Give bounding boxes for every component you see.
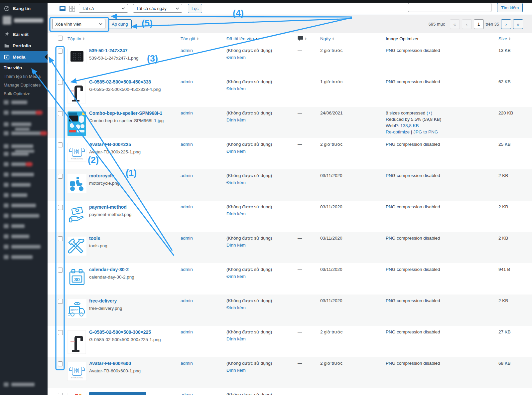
attach-link[interactable]: Đính kèm <box>226 117 246 122</box>
file-size: 25 KB <box>498 138 532 169</box>
row-checkbox[interactable] <box>58 393 63 395</box>
attach-link[interactable]: Đính kèm <box>226 55 246 60</box>
row-checkbox[interactable] <box>58 205 63 210</box>
media-title-link[interactable]: motorcycle <box>89 173 114 178</box>
column-header-comments[interactable]: ▲▼ <box>298 36 320 41</box>
attach-link[interactable]: Đính kèm <box>226 274 246 279</box>
submenu-item-manage-duplicates[interactable]: Manage Duplicates <box>0 81 48 89</box>
media-thumbnail[interactable]: KITCHENSTORE <box>67 362 86 381</box>
author-link[interactable]: admin <box>181 392 193 395</box>
date-filter[interactable]: Tất cả các ngày <box>133 4 182 13</box>
next-page-button[interactable]: › <box>501 19 511 29</box>
media-thumbnail[interactable] <box>67 237 86 256</box>
column-header-date[interactable]: Ngày▲▼ <box>320 36 386 41</box>
row-checkbox[interactable] <box>58 174 63 179</box>
last-page-button[interactable]: » <box>513 19 523 29</box>
media-thumbnail[interactable] <box>67 111 86 136</box>
sidebar-item-dashboard[interactable]: Bảng tin <box>0 3 48 14</box>
column-header-file[interactable]: Tập tin▲▼ <box>67 36 181 41</box>
select-all-checkbox[interactable] <box>58 36 63 41</box>
author-link[interactable]: admin <box>181 329 193 334</box>
media-title-link[interactable]: Avatar-FB-300×225 <box>89 142 131 147</box>
grid-view-icon[interactable] <box>68 5 76 12</box>
author-link[interactable]: admin <box>181 267 193 272</box>
attach-link[interactable]: Đính kèm <box>226 180 246 185</box>
author-link[interactable]: admin <box>181 173 193 178</box>
media-thumbnail[interactable]: 30 <box>67 268 86 287</box>
jpg-to-png-link[interactable]: JPG to PNG <box>413 129 438 134</box>
media-title-link[interactable]: Combo-bep-tu-spelier-SPM968I-1 <box>89 110 162 116</box>
author-link[interactable]: admin <box>181 48 193 53</box>
search-input[interactable] <box>408 3 491 12</box>
media-thumbnail[interactable]: KITCHENSTORE <box>67 143 86 162</box>
attach-link[interactable]: Đính kèm <box>226 149 246 154</box>
media-title-link[interactable]: G-0585-02-500×500-300×225 <box>89 329 151 335</box>
author-link[interactable]: admin <box>181 298 193 303</box>
row-checkbox[interactable] <box>58 268 63 273</box>
column-header-optimizer: Image Optimizer <box>386 36 498 41</box>
author-link[interactable]: admin <box>181 361 193 366</box>
row-checkbox[interactable] <box>58 236 63 241</box>
filter-button[interactable]: Lọc <box>188 4 202 13</box>
column-header-author[interactable]: Tác giả▲▼ <box>181 36 226 41</box>
media-title-link[interactable]: payment-method <box>89 204 127 210</box>
row-checkbox[interactable] <box>58 361 63 366</box>
media-title-link[interactable]: Avatar-FB-600×600 <box>89 361 131 366</box>
media-thumbnail[interactable] <box>67 80 86 99</box>
file-size: 62 KB <box>498 76 532 107</box>
media-thumbnail[interactable] <box>67 174 86 193</box>
attach-link[interactable]: Đính kèm <box>226 305 246 310</box>
sidebar-item-media[interactable]: Media <box>0 51 48 63</box>
bulk-action-select[interactable]: Xóa vĩnh viễn <box>52 19 105 29</box>
table-row: Combo-bep-tu-spelier-SPM968I-1 Combo-bep… <box>48 107 532 138</box>
author-link[interactable]: admin <box>181 204 193 209</box>
list-view-icon[interactable] <box>59 5 66 12</box>
prev-page-button[interactable]: ‹ <box>462 19 472 29</box>
row-checkbox[interactable] <box>58 111 63 116</box>
author-link[interactable]: admin <box>181 79 193 84</box>
media-filename: Avatar-FB-600x600-1.png <box>89 368 181 373</box>
attach-link[interactable]: Đính kèm <box>226 211 246 216</box>
unused-label: (Không được sử dụng) <box>226 48 298 53</box>
media-thumbnail[interactable] <box>67 330 86 349</box>
row-checkbox[interactable] <box>58 49 63 54</box>
row-checkbox[interactable] <box>58 142 63 147</box>
media-title-link[interactable]: free-delivery <box>89 298 117 303</box>
comments-value: — <box>298 138 320 169</box>
media-thumbnail[interactable] <box>67 393 86 395</box>
sidebar-item-posts[interactable]: Bài viết <box>0 29 48 40</box>
webp-link[interactable]: 138,8 KB <box>400 123 419 128</box>
media-title-link[interactable]: 539-50-1-247×247 <box>89 48 128 53</box>
reoptimize-link[interactable]: Re-optimize <box>386 129 410 134</box>
attach-link[interactable]: Đính kèm <box>226 243 246 248</box>
media-type-filter[interactable]: Tất cả <box>79 4 128 13</box>
column-header-uploaded[interactable]: Đã tải lên vào▲ <box>226 36 298 41</box>
attach-link[interactable]: Đính kèm <box>226 336 246 341</box>
media-thumbnail[interactable] <box>67 205 86 224</box>
attach-link[interactable]: Đính kèm <box>226 368 246 373</box>
media-title-link[interactable]: G-0585-02-500×500-450×338 <box>89 79 151 85</box>
attach-link[interactable]: Đính kèm <box>226 86 246 91</box>
submenu-item-library[interactable]: Thư viện <box>0 63 48 72</box>
media-thumbnail[interactable] <box>67 49 86 68</box>
submenu-item-add-media[interactable]: Thêm tệp tin Media <box>0 72 48 81</box>
row-checkbox[interactable] <box>58 299 63 304</box>
author-link[interactable]: admin <box>181 236 193 241</box>
media-title-link[interactable]: tools <box>89 236 100 241</box>
unused-label: (Không được sử dụng) <box>226 361 298 366</box>
apply-button[interactable]: Áp dụng <box>108 19 132 29</box>
media-title-link[interactable]: calendar-day-30-2 <box>89 267 129 272</box>
optimizer-expand-link[interactable]: (+) <box>427 110 432 115</box>
current-page-input[interactable] <box>474 19 484 29</box>
search-button[interactable]: Tìm kiếm <box>497 3 523 12</box>
first-page-button[interactable]: « <box>450 19 460 29</box>
row-checkbox[interactable] <box>58 80 63 85</box>
author-link[interactable]: admin <box>181 110 193 115</box>
submenu-item-bulk-optimize[interactable]: Bulk Optimize <box>0 89 48 98</box>
column-header-size[interactable]: Size▲▼ <box>498 36 532 41</box>
author-link[interactable]: admin <box>181 142 193 147</box>
file-size: 13 KB <box>498 44 532 76</box>
row-checkbox[interactable] <box>58 330 63 335</box>
sidebar-item-portfolio[interactable]: Portfolio <box>0 40 48 51</box>
media-thumbnail[interactable]: FREE <box>67 299 86 318</box>
